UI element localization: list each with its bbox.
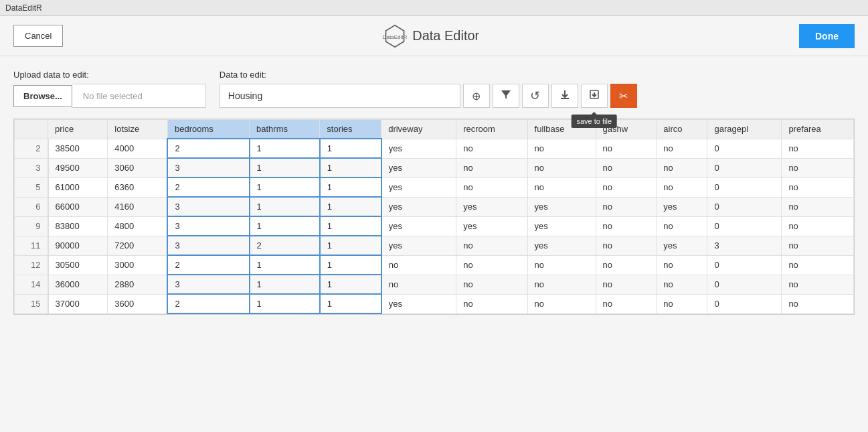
- cell-recroom[interactable]: yes: [456, 216, 527, 236]
- cancel-button[interactable]: Cancel: [13, 25, 63, 47]
- cell-bedrooms[interactable]: 3: [167, 236, 249, 255]
- cell-gashw[interactable]: no: [596, 158, 657, 177]
- cell-recroom[interactable]: no: [456, 158, 527, 177]
- cell-recroom[interactable]: no: [456, 177, 527, 197]
- cell-gashw[interactable]: no: [596, 294, 657, 313]
- col-header-airco[interactable]: airco: [657, 120, 707, 139]
- cell-price[interactable]: 30500: [48, 255, 108, 275]
- cell-prefarea[interactable]: no: [782, 294, 854, 313]
- cell-bathrms[interactable]: 1: [250, 177, 320, 197]
- cell-bathrms[interactable]: 1: [250, 255, 320, 275]
- cell-gashw[interactable]: no: [596, 139, 657, 158]
- cell-lotsize[interactable]: 2880: [108, 275, 168, 294]
- cell-bathrms[interactable]: 1: [250, 216, 320, 236]
- cell-airco[interactable]: yes: [657, 236, 707, 255]
- cell-fullbase[interactable]: yes: [527, 197, 596, 216]
- cell-fullbase[interactable]: no: [527, 255, 596, 275]
- cell-stories[interactable]: 1: [320, 236, 381, 255]
- cell-airco[interactable]: no: [657, 216, 707, 236]
- cell-garagepl[interactable]: 0: [707, 275, 782, 294]
- col-header-lotsize[interactable]: lotsize: [108, 120, 168, 139]
- save-to-file-button[interactable]: [581, 84, 608, 108]
- cell-bedrooms[interactable]: 3: [167, 158, 249, 177]
- data-name-input[interactable]: [220, 84, 460, 108]
- cell-prefarea[interactable]: no: [782, 255, 854, 275]
- cell-airco[interactable]: yes: [657, 197, 707, 216]
- cell-fullbase[interactable]: no: [527, 294, 596, 313]
- cell-garagepl[interactable]: 0: [707, 197, 782, 216]
- cell-bedrooms[interactable]: 2: [167, 255, 249, 275]
- cell-prefarea[interactable]: no: [782, 275, 854, 294]
- cell-recroom[interactable]: no: [456, 294, 527, 313]
- cell-fullbase[interactable]: no: [527, 275, 596, 294]
- cell-airco[interactable]: no: [657, 255, 707, 275]
- cell-bathrms[interactable]: 1: [250, 197, 320, 216]
- cell-price[interactable]: 61000: [48, 177, 108, 197]
- cell-price[interactable]: 90000: [48, 236, 108, 255]
- download-button[interactable]: [551, 84, 578, 108]
- cell-stories[interactable]: 1: [320, 158, 381, 177]
- cell-airco[interactable]: no: [657, 139, 707, 158]
- cell-driveway[interactable]: yes: [381, 294, 456, 313]
- cell-price[interactable]: 66000: [48, 197, 108, 216]
- cell-garagepl[interactable]: 0: [707, 216, 782, 236]
- cell-driveway[interactable]: yes: [381, 236, 456, 255]
- cell-garagepl[interactable]: 0: [707, 158, 782, 177]
- cell-prefarea[interactable]: no: [782, 197, 854, 216]
- cell-lotsize[interactable]: 7200: [108, 236, 168, 255]
- col-header-fullbase[interactable]: fullbase: [527, 120, 596, 139]
- cell-driveway[interactable]: yes: [381, 216, 456, 236]
- refresh-button[interactable]: ↺: [522, 84, 549, 108]
- cell-driveway[interactable]: yes: [381, 177, 456, 197]
- cell-price[interactable]: 38500: [48, 139, 108, 158]
- filter-button[interactable]: [493, 84, 519, 108]
- col-header-price[interactable]: price: [48, 120, 108, 139]
- cell-garagepl[interactable]: 0: [707, 255, 782, 275]
- cell-driveway[interactable]: yes: [381, 158, 456, 177]
- col-header-stories[interactable]: stories: [320, 120, 381, 139]
- cell-stories[interactable]: 1: [320, 197, 381, 216]
- done-button[interactable]: Done: [799, 24, 855, 48]
- cell-bathrms[interactable]: 1: [250, 139, 320, 158]
- cell-driveway[interactable]: no: [381, 275, 456, 294]
- cell-stories[interactable]: 1: [320, 216, 381, 236]
- cell-bedrooms[interactable]: 2: [167, 294, 249, 313]
- cell-bedrooms[interactable]: 3: [167, 197, 249, 216]
- cell-lotsize[interactable]: 4000: [108, 139, 168, 158]
- cell-lotsize[interactable]: 4160: [108, 197, 168, 216]
- col-header-bedrooms[interactable]: bedrooms: [167, 120, 249, 139]
- cell-bathrms[interactable]: 1: [250, 294, 320, 313]
- col-header-gashw[interactable]: gashw: [596, 120, 657, 139]
- cell-gashw[interactable]: no: [596, 236, 657, 255]
- col-header-prefarea[interactable]: prefarea: [782, 120, 854, 139]
- cell-bedrooms[interactable]: 2: [167, 177, 249, 197]
- cell-bathrms[interactable]: 1: [250, 275, 320, 294]
- cell-recroom[interactable]: no: [456, 236, 527, 255]
- cell-garagepl[interactable]: 0: [707, 139, 782, 158]
- cell-price[interactable]: 37000: [48, 294, 108, 313]
- col-header-bathrms[interactable]: bathrms: [250, 120, 320, 139]
- cell-bedrooms[interactable]: 2: [167, 139, 249, 158]
- cell-recroom[interactable]: no: [456, 275, 527, 294]
- cell-lotsize[interactable]: 3600: [108, 294, 168, 313]
- cell-prefarea[interactable]: no: [782, 236, 854, 255]
- cell-stories[interactable]: 1: [320, 275, 381, 294]
- cell-garagepl[interactable]: 3: [707, 236, 782, 255]
- cell-garagepl[interactable]: 0: [707, 294, 782, 313]
- cell-bathrms[interactable]: 1: [250, 158, 320, 177]
- cell-lotsize[interactable]: 6360: [108, 177, 168, 197]
- cell-fullbase[interactable]: no: [527, 139, 596, 158]
- cell-price[interactable]: 36000: [48, 275, 108, 294]
- cell-stories[interactable]: 1: [320, 255, 381, 275]
- cell-gashw[interactable]: no: [596, 177, 657, 197]
- cell-fullbase[interactable]: no: [527, 158, 596, 177]
- cell-stories[interactable]: 1: [320, 294, 381, 313]
- col-header-garagepl[interactable]: garagepl: [707, 120, 782, 139]
- cell-gashw[interactable]: no: [596, 197, 657, 216]
- target-button[interactable]: ⊕: [463, 84, 490, 108]
- cell-lotsize[interactable]: 3000: [108, 255, 168, 275]
- browse-button[interactable]: Browse...: [13, 85, 72, 107]
- cell-fullbase[interactable]: yes: [527, 216, 596, 236]
- cell-gashw[interactable]: no: [596, 255, 657, 275]
- cell-price[interactable]: 83800: [48, 216, 108, 236]
